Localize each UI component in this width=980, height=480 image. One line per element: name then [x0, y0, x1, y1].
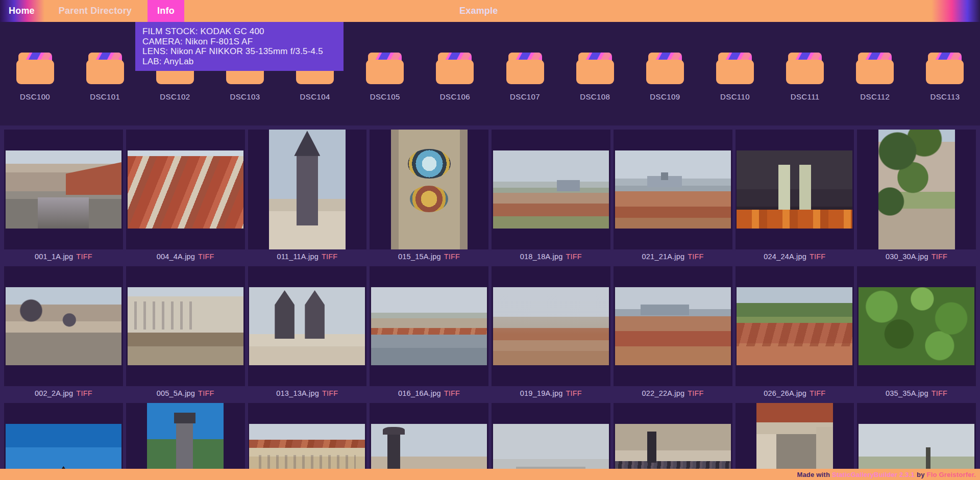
tooltip-line-lens: LENS: Nikon AF NIKKOR 35-135mm f/3.5-4.5: [142, 46, 336, 57]
photo-caption: 021_21A.jpg TIFF: [614, 249, 732, 263]
photo-tiff-link[interactable]: TIFF: [444, 252, 460, 261]
footer-by-text: by: [917, 471, 925, 478]
photo-thumbnail[interactable]: [492, 130, 610, 249]
photo-tiff-link[interactable]: TIFF: [566, 389, 581, 397]
photo-image: [615, 287, 731, 365]
album-folder[interactable]: DSC111: [770, 53, 840, 101]
photo-cell: 024_24A.jpg TIFF: [736, 130, 854, 263]
photo-thumbnail[interactable]: [248, 266, 367, 386]
photo-tiff-link[interactable]: TIFF: [76, 252, 92, 261]
footer-builder-link[interactable]: StaticGalleryBuilder 2.3.1: [832, 471, 915, 478]
album-folder[interactable]: DSC113: [910, 53, 980, 101]
folder-icon: [646, 53, 684, 84]
nav-item-parent-directory[interactable]: Parent Directory: [51, 0, 140, 22]
photo-tiff-link[interactable]: TIFF: [198, 252, 214, 261]
nav-item-info[interactable]: Info: [148, 0, 184, 22]
photo-caption: 005_5A.jpg TIFF: [126, 386, 245, 400]
photo-filename-link[interactable]: 030_30A.jpg: [886, 252, 928, 261]
photo-tiff-link[interactable]: TIFF: [76, 389, 92, 397]
nav-item-home[interactable]: Home: [1, 0, 43, 22]
gallery-title: Example: [459, 0, 498, 22]
album-folder[interactable]: DSC101: [70, 53, 140, 101]
photo-image: [878, 130, 955, 249]
photo-filename-link[interactable]: 019_19A.jpg: [520, 389, 563, 397]
photo-grid: 001_1A.jpg TIFF 004_4A.jpg TIFF 011_11A.…: [4, 130, 976, 480]
photo-image: [128, 150, 243, 229]
photo-image: [391, 130, 468, 249]
footer: Made with StaticGalleryBuilder 2.3.1 by …: [0, 469, 980, 480]
photo-image: [6, 150, 121, 229]
photo-filename-link[interactable]: 015_15A.jpg: [398, 252, 441, 261]
photo-cell: 030_30A.jpg TIFF: [857, 130, 976, 263]
photo-image: [859, 287, 974, 365]
photo-thumbnail[interactable]: [370, 130, 488, 249]
photo-tiff-link[interactable]: TIFF: [932, 252, 947, 261]
photo-filename-link[interactable]: 022_22A.jpg: [642, 389, 685, 397]
photo-filename-link[interactable]: 004_4A.jpg: [157, 252, 195, 261]
photo-filename-link[interactable]: 021_21A.jpg: [642, 252, 685, 261]
photo-tiff-link[interactable]: TIFF: [322, 252, 337, 261]
album-folder[interactable]: DSC112: [840, 53, 910, 101]
photo-cell: 001_1A.jpg TIFF: [4, 130, 123, 263]
tooltip-line-camera: CAMERA: Nikon F-801S AF: [142, 37, 336, 47]
photo-tiff-link[interactable]: TIFF: [566, 252, 581, 261]
photo-thumbnail[interactable]: [248, 130, 367, 249]
album-label: DSC107: [510, 92, 540, 101]
photo-filename-link[interactable]: 018_18A.jpg: [520, 252, 563, 261]
album-folder[interactable]: DSC109: [630, 53, 700, 101]
album-folder[interactable]: DSC100: [0, 53, 70, 101]
photo-filename-link[interactable]: 026_26A.jpg: [764, 389, 806, 397]
photo-tiff-link[interactable]: TIFF: [932, 389, 947, 397]
photo-thumbnail[interactable]: [370, 266, 488, 386]
folder-icon: [716, 53, 754, 84]
photo-filename-link[interactable]: 035_35A.jpg: [886, 389, 928, 397]
album-folder[interactable]: DSC105: [350, 53, 420, 101]
footer-made-with-text: Made with: [797, 471, 830, 478]
photo-filename-link[interactable]: 016_16A.jpg: [398, 389, 441, 397]
photo-filename-link[interactable]: 013_13A.jpg: [276, 389, 319, 397]
photo-thumbnail[interactable]: [736, 130, 854, 249]
photo-filename-link[interactable]: 001_1A.jpg: [35, 252, 73, 261]
photo-thumbnail[interactable]: [614, 130, 732, 249]
photo-cell: 015_15A.jpg TIFF: [370, 130, 488, 263]
album-folder[interactable]: DSC110: [700, 53, 770, 101]
photo-image: [493, 150, 609, 229]
footer-author-link[interactable]: Flo Greistorfer.: [927, 471, 976, 478]
photo-tiff-link[interactable]: TIFF: [444, 389, 460, 397]
photo-caption: 019_19A.jpg TIFF: [492, 386, 610, 400]
photo-filename-link[interactable]: 005_5A.jpg: [157, 389, 195, 397]
photo-thumbnail[interactable]: [857, 266, 976, 386]
photo-thumbnail[interactable]: [126, 130, 245, 249]
photo-tiff-link[interactable]: TIFF: [688, 389, 703, 397]
photo-tiff-link[interactable]: TIFF: [810, 389, 825, 397]
photo-image: [6, 287, 121, 365]
photo-image: [128, 287, 243, 365]
photo-thumbnail[interactable]: [614, 266, 732, 386]
photo-cell: 021_21A.jpg TIFF: [614, 130, 732, 263]
photo-tiff-link[interactable]: TIFF: [810, 252, 825, 261]
album-folder[interactable]: DSC108: [560, 53, 630, 101]
photo-tiff-link[interactable]: TIFF: [198, 389, 214, 397]
photo-thumbnail[interactable]: [126, 266, 245, 386]
photo-cell: 016_16A.jpg TIFF: [370, 266, 488, 400]
photo-thumbnail[interactable]: [4, 130, 123, 249]
photo-filename-link[interactable]: 011_11A.jpg: [277, 252, 318, 261]
photo-thumbnail[interactable]: [492, 266, 610, 386]
photo-thumbnail[interactable]: [4, 266, 123, 386]
photo-caption: 026_26A.jpg TIFF: [736, 386, 854, 400]
album-label: DSC109: [650, 92, 680, 101]
album-folder[interactable]: DSC106: [420, 53, 490, 101]
photo-tiff-link[interactable]: TIFF: [688, 252, 703, 261]
photo-thumbnail[interactable]: [857, 130, 976, 249]
photo-filename-link[interactable]: 002_2A.jpg: [35, 389, 73, 397]
tooltip-line-lab: LAB: AnyLab: [142, 57, 336, 67]
folder-icon: [436, 53, 474, 84]
photo-cell: 026_26A.jpg TIFF: [736, 266, 854, 400]
album-label: DSC112: [860, 92, 890, 101]
photo-filename-link[interactable]: 024_24A.jpg: [764, 252, 806, 261]
photo-thumbnail[interactable]: [736, 266, 854, 386]
album-folder[interactable]: DSC107: [490, 53, 560, 101]
photo-image: [249, 287, 365, 365]
photo-image: [737, 150, 852, 229]
photo-tiff-link[interactable]: TIFF: [322, 389, 338, 397]
